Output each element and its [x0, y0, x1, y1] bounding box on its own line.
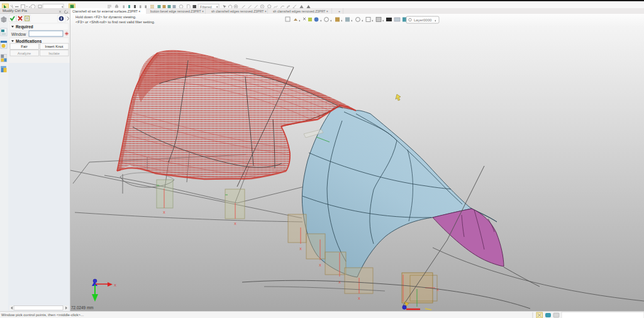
svg-text:x: x [319, 263, 321, 267]
svg-text:Fair: Fair [21, 45, 27, 48]
svg-text:Window: Window [11, 32, 26, 36]
svg-text:X: X [114, 283, 116, 287]
svg-text:Layer0000: Layer0000 [414, 18, 432, 22]
svg-text:x: x [163, 210, 165, 214]
svg-text:Required: Required [16, 25, 33, 30]
svg-text:x: x [358, 296, 360, 300]
svg-text:Isolate: Isolate [48, 52, 60, 55]
svg-text:Analyze: Analyze [18, 52, 31, 55]
svg-text:Insert Knot: Insert Knot [45, 45, 63, 48]
svg-text:x: x [338, 280, 341, 284]
svg-text:x: x [234, 221, 236, 226]
svg-text:Modifications: Modifications [16, 39, 42, 43]
svg-text:x: x [299, 246, 302, 251]
svg-text:72.0249 mm: 72.0249 mm [71, 305, 94, 310]
